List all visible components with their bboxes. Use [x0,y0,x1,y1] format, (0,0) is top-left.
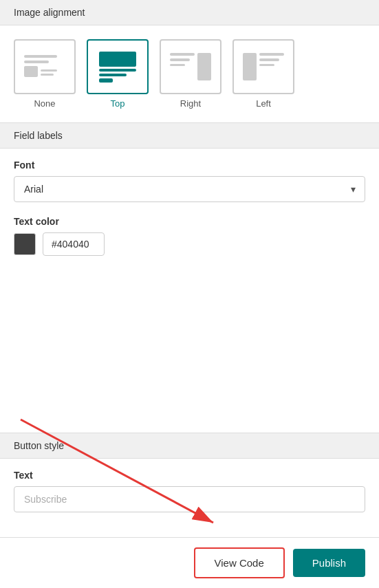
font-select-wrapper[interactable]: Arial Helvetica Times New Roman Georgia … [14,176,365,202]
alignment-left-box[interactable] [232,39,294,94]
color-value[interactable]: #404040 [43,232,105,256]
publish-label: Publish [312,557,346,569]
alignment-top[interactable]: Top [87,39,149,109]
alignment-none-box[interactable] [14,39,76,94]
view-code-button[interactable]: View Code [194,547,285,578]
main-panel: Image alignment None [0,0,379,588]
button-text-group: Text [14,470,365,512]
footer: View Code Publish [0,537,379,588]
text-color-label: Text color [14,216,365,227]
button-text-input[interactable] [14,486,365,512]
button-text-label: Text [14,470,365,481]
font-label: Font [14,160,365,171]
alignment-top-box[interactable] [87,39,149,94]
alignment-left-label: Left [256,98,271,109]
button-style-section: Text [0,459,379,537]
view-code-label: View Code [215,557,264,569]
alignment-left-icon [243,53,284,80]
field-labels-section: Font Arial Helvetica Times New Roman Geo… [0,149,379,433]
alignment-options-container: None Top [0,25,379,123]
alignment-none-icon [24,55,65,78]
field-labels-title: Field labels [14,130,63,141]
text-color-group: Text color #404040 [14,216,365,256]
alignment-none-label: None [34,98,55,109]
publish-button[interactable]: Publish [293,549,365,577]
alignment-top-icon [97,52,138,83]
image-alignment-header: Image alignment [0,0,379,25]
button-style-header: Button style [0,433,379,459]
alignment-none[interactable]: None [14,39,76,109]
color-swatch[interactable] [14,233,36,255]
color-field: #404040 [14,232,365,256]
button-style-title: Button style [14,440,64,451]
alignment-right[interactable]: Right [160,39,221,109]
alignment-right-label: Right [180,98,201,109]
alignment-left[interactable]: Left [232,39,294,109]
image-alignment-title: Image alignment [14,7,85,18]
alignment-top-label: Top [111,98,125,109]
font-select[interactable]: Arial Helvetica Times New Roman Georgia … [14,176,365,202]
alignment-right-box[interactable] [160,39,221,94]
font-group: Font Arial Helvetica Times New Roman Geo… [14,160,365,202]
field-labels-header: Field labels [0,123,379,149]
alignment-right-icon [170,53,211,80]
